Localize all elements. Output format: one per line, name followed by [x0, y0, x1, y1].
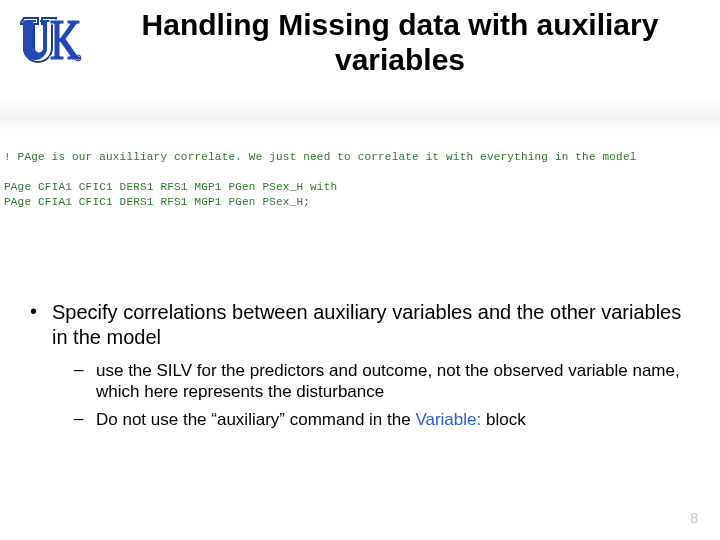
sub-bullet-1: – use the SILV for the predictors and ou…	[74, 360, 690, 403]
bullet-list: • Specify correlations between auxiliary…	[30, 300, 690, 436]
page-number: 8	[690, 510, 698, 526]
sub-bullet-1-text: use the SILV for the predictors and outc…	[96, 360, 690, 403]
slide: R Handling Missing data with auxiliary v…	[0, 0, 720, 540]
bullet-dot-icon: •	[30, 300, 52, 350]
dash-icon: –	[74, 409, 96, 430]
sub-bullet-2-pre: Do not use the “auxiliary” command in th…	[96, 410, 415, 429]
uk-logo: R	[20, 12, 84, 66]
code-block: ! PAge is our auxilliary correlate. We j…	[4, 150, 716, 209]
sub-bullet-2-text: Do not use the “auxiliary” command in th…	[96, 409, 690, 430]
dash-icon: –	[74, 360, 96, 403]
variable-keyword: Variable:	[415, 410, 481, 429]
code-comment: ! PAge is our auxilliary correlate. We j…	[4, 151, 637, 163]
code-line-2: PAge CFIA1 CFIC1 DERS1 RFS1 MGP1 PGen PS…	[4, 196, 310, 208]
code-line-1: PAge CFIA1 CFIC1 DERS1 RFS1 MGP1 PGen PS…	[4, 181, 337, 193]
sub-bullet-2-post: block	[481, 410, 525, 429]
sub-bullet-list: – use the SILV for the predictors and ou…	[74, 360, 690, 430]
svg-text:R: R	[77, 57, 80, 62]
bullet-main-text: Specify correlations between auxiliary v…	[52, 300, 690, 350]
sub-bullet-2: – Do not use the “auxiliary” command in …	[74, 409, 690, 430]
slide-title: Handling Missing data with auxiliary var…	[120, 8, 680, 77]
bullet-main: • Specify correlations between auxiliary…	[30, 300, 690, 350]
